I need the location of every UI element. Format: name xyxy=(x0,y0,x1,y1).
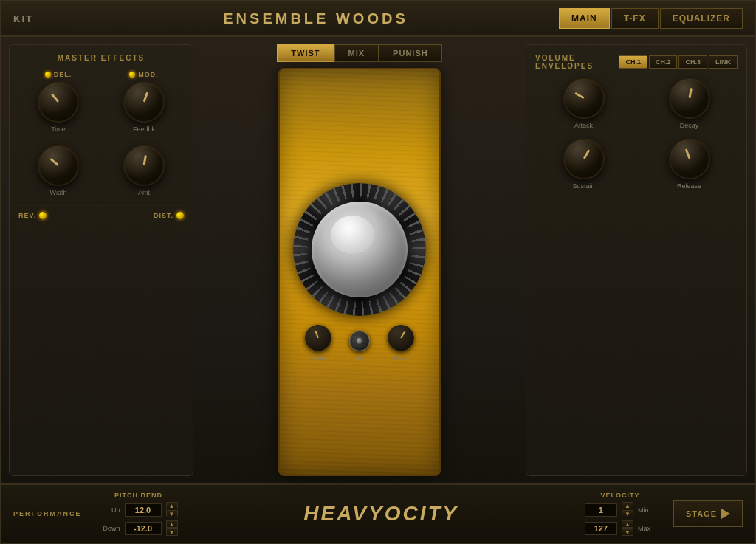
release-label: Release xyxy=(677,182,701,190)
ch-tab-3[interactable]: CH.3 xyxy=(678,55,707,69)
stage-play-icon xyxy=(721,509,730,519)
velocity-title: VELOCITY xyxy=(585,492,656,499)
main-container: KIT ENSEMBLE WOODS MAIN T-FX EQUALIZER M… xyxy=(0,0,756,544)
on-label: ON xyxy=(354,354,365,362)
delay-label: DEL. xyxy=(45,71,72,78)
effects-grid: DEL. Time MOD. Feedbk Width xyxy=(18,71,184,196)
decay-label: Decay xyxy=(680,122,699,129)
ch-tab-1[interactable]: CH.1 xyxy=(619,55,647,69)
rate-group: Rate xyxy=(388,325,414,362)
small-knobs-row: Tone ON Rate xyxy=(305,325,414,362)
big-knob-container xyxy=(293,183,426,316)
wood-panel: Tone ON Rate xyxy=(278,68,441,476)
amt-group: Amt xyxy=(104,139,184,196)
tab-equalizer[interactable]: EQUALIZER xyxy=(660,8,743,29)
sustain-group: Sustain xyxy=(535,138,632,190)
tab-main[interactable]: MAIN xyxy=(559,8,610,29)
decay-group: Decay xyxy=(641,78,738,129)
pitch-down-inc[interactable]: ▲ xyxy=(166,520,178,528)
time-label: Time xyxy=(51,125,66,133)
effects-bottom-controls: REV. DIST. xyxy=(18,205,184,219)
pitch-up-row: Up 12.0 ▲ ▼ xyxy=(100,502,178,517)
velocity-max-inc[interactable]: ▲ xyxy=(622,520,633,528)
stage-button-label: STAGE xyxy=(686,509,717,518)
sustain-label: Sustain xyxy=(572,182,594,190)
dist-led[interactable] xyxy=(176,212,184,219)
amt-knob[interactable] xyxy=(123,145,165,186)
big-knob-highlight xyxy=(331,216,374,254)
vol-env-title: VOLUME ENVELOPES xyxy=(535,54,619,70)
attack-knob[interactable] xyxy=(563,78,605,119)
tone-group: Tone xyxy=(305,325,331,362)
master-effects-panel: MASTER EFFECTS DEL. Time MOD. xyxy=(9,44,193,476)
mod-led[interactable] xyxy=(129,72,135,78)
rate-knob[interactable] xyxy=(388,325,414,351)
twist-tab-twist[interactable]: TWIST xyxy=(277,44,334,62)
ch-tab-2[interactable]: CH.2 xyxy=(649,55,678,69)
ch-tabs: CH.1 CH.2 CH.3 LINK xyxy=(619,55,738,69)
twist-tab-punish[interactable]: PUNISH xyxy=(379,44,442,62)
velocity-max-dec[interactable]: ▼ xyxy=(622,528,633,536)
attack-label: Attack xyxy=(574,122,593,129)
tone-label: Tone xyxy=(311,354,326,362)
vol-env-header: VOLUME ENVELOPES CH.1 CH.2 CH.3 LINK xyxy=(535,54,738,70)
width-knob[interactable] xyxy=(38,145,79,186)
pitch-up-arrows: ▲ ▼ xyxy=(166,502,178,517)
tab-tfx[interactable]: T-FX xyxy=(611,8,659,29)
on-button-led xyxy=(357,338,362,344)
pitch-up-dec[interactable]: ▼ xyxy=(166,510,178,517)
release-knob[interactable] xyxy=(669,138,710,179)
pitch-down-dec[interactable]: ▼ xyxy=(166,528,178,536)
delay-led[interactable] xyxy=(45,72,51,78)
velocity-max-row: 127 ▲ ▼ Max xyxy=(585,520,656,536)
feedbk-label: Feedbk xyxy=(133,125,155,133)
master-effects-title: MASTER EFFECTS xyxy=(18,54,184,62)
pitch-up-inc[interactable]: ▲ xyxy=(166,502,178,509)
velocity-min-label: Min xyxy=(638,506,656,514)
pitch-down-arrows: ▲ ▼ xyxy=(166,520,178,536)
decay-knob[interactable] xyxy=(669,78,710,119)
mod-group: MOD. Feedbk xyxy=(104,71,184,133)
dist-toggle[interactable]: DIST. xyxy=(154,212,184,219)
velocity-min-value[interactable]: 1 xyxy=(585,503,617,517)
on-button[interactable] xyxy=(349,331,370,351)
tab-group: MAIN T-FX EQUALIZER xyxy=(559,8,743,29)
ch-tab-link[interactable]: LINK xyxy=(709,55,738,69)
env-knobs-grid: Attack Decay Sustain Release xyxy=(535,78,738,190)
pitch-up-value[interactable]: 12.0 xyxy=(125,503,162,517)
stage-button[interactable]: STAGE xyxy=(673,500,743,527)
rate-label: Rate xyxy=(394,354,408,362)
velocity-min-inc[interactable]: ▲ xyxy=(622,502,633,509)
on-group: ON xyxy=(349,331,370,362)
kit-label: KIT xyxy=(13,13,72,24)
big-knob-inner[interactable] xyxy=(312,202,408,297)
velocity-max-value[interactable]: 127 xyxy=(585,522,617,535)
volume-envelopes-panel: VOLUME ENVELOPES CH.1 CH.2 CH.3 LINK Att… xyxy=(526,44,747,476)
pitch-bend-section: PITCH BEND Up 12.0 ▲ ▼ Down -12.0 ▲ ▼ xyxy=(100,492,178,536)
pitch-up-label: Up xyxy=(100,506,120,514)
rev-led[interactable] xyxy=(39,212,47,219)
big-knob-ring[interactable] xyxy=(293,183,426,316)
pitch-bend-title: PITCH BEND xyxy=(100,492,178,499)
heavyocity-logo: HEAVYOCITY xyxy=(196,502,567,526)
attack-group: Attack xyxy=(535,78,632,129)
performance-label: PERFORMANCE xyxy=(13,510,82,517)
rev-toggle[interactable]: REV. xyxy=(18,212,47,219)
sustain-knob[interactable] xyxy=(563,138,605,179)
velocity-max-label: Max xyxy=(638,525,656,532)
velocity-section: VELOCITY 1 ▲ ▼ Min 127 ▲ ▼ Max xyxy=(585,492,656,536)
pitch-down-label: Down xyxy=(100,525,120,532)
velocity-min-dec[interactable]: ▼ xyxy=(622,510,633,517)
pitch-down-value[interactable]: -12.0 xyxy=(125,522,162,535)
amt-label: Amt xyxy=(138,189,150,196)
mod-label: MOD. xyxy=(129,71,159,78)
content-area: MASTER EFFECTS DEL. Time MOD. xyxy=(1,37,755,483)
time-knob[interactable] xyxy=(38,81,79,123)
bottom-bar: PERFORMANCE PITCH BEND Up 12.0 ▲ ▼ Down … xyxy=(1,483,755,543)
tone-knob[interactable] xyxy=(305,325,331,351)
twist-tab-mix[interactable]: MIX xyxy=(334,44,379,62)
velocity-min-row: 1 ▲ ▼ Min xyxy=(585,502,656,517)
width-label: Width xyxy=(49,189,66,196)
feedbk-knob[interactable] xyxy=(123,81,165,123)
velocity-max-arrows: ▲ ▼ xyxy=(622,520,633,536)
